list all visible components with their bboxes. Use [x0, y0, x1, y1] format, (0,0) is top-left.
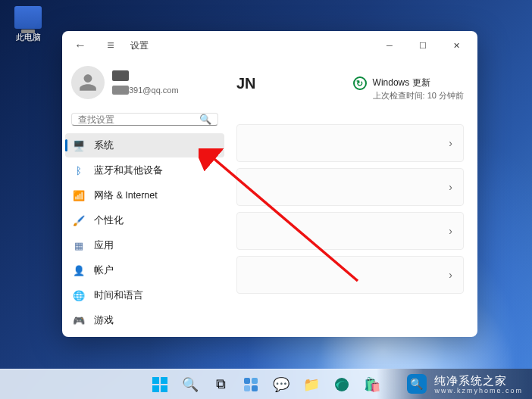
- svg-rect-1: [152, 377, 159, 384]
- gaming-icon: 🎮: [73, 314, 85, 326]
- taskbar-explorer[interactable]: 📁: [298, 371, 325, 398]
- watermark: 🔍 纯净系统之家 www.kzmyhome.com: [377, 369, 532, 399]
- update-subtitle: 上次检查时间: 10 分钟前: [373, 90, 464, 101]
- personalization-icon: 🖌️: [73, 214, 85, 226]
- user-email: xxxx391@qq.com: [112, 86, 179, 95]
- svg-rect-4: [161, 385, 167, 392]
- sidebar-item-network[interactable]: 📶网络 & Internet: [65, 183, 224, 207]
- sidebar-item-bluetooth[interactable]: ᛒ蓝牙和其他设备: [65, 158, 224, 182]
- watermark-brand: 纯净系统之家: [434, 374, 507, 387]
- user-name-masked: [112, 70, 129, 81]
- titlebar: ← ≡ 设置 ─ ☐ ✕: [62, 31, 477, 60]
- windows-update-block[interactable]: ↻ Windows 更新 上次检查时间: 10 分钟前: [353, 76, 464, 101]
- desktop-icon-label: 此电脑: [16, 33, 41, 42]
- taskbar-taskview[interactable]: ⧉: [207, 371, 234, 398]
- time-icon: 🌐: [73, 289, 85, 301]
- taskbar-widgets[interactable]: [237, 371, 264, 398]
- apps-icon: ▦: [73, 239, 85, 251]
- sidebar-item-accessibility[interactable]: ༄辅助功能: [65, 333, 224, 337]
- update-status-icon: ↻: [353, 76, 367, 90]
- svg-rect-2: [161, 377, 167, 384]
- svg-rect-6: [252, 378, 258, 384]
- sidebar-item-label: 时间和语言: [94, 289, 143, 302]
- sidebar-item-apps[interactable]: ▦应用: [65, 233, 224, 257]
- taskbar-chat[interactable]: 💬: [268, 371, 295, 398]
- sidebar-item-label: 帐户: [94, 264, 114, 277]
- chevron-right-icon: ›: [449, 269, 452, 281]
- this-pc-icon: [14, 6, 42, 29]
- desktop-icon-this-pc[interactable]: 此电脑: [9, 6, 47, 43]
- sidebar-item-label: 应用: [94, 239, 114, 252]
- sidebar-item-label: 系统: [94, 139, 114, 152]
- settings-card[interactable]: ›: [236, 212, 464, 250]
- avatar: [71, 66, 105, 99]
- sidebar-item-accounts[interactable]: 👤帐户: [65, 258, 224, 282]
- sidebar-item-system[interactable]: 🖥️系统: [65, 133, 224, 157]
- sidebar-item-personalization[interactable]: 🖌️个性化: [65, 208, 224, 232]
- taskbar-search[interactable]: 🔍: [177, 371, 204, 398]
- network-icon: 📶: [73, 189, 85, 201]
- sidebar-item-gaming[interactable]: 🎮游戏: [65, 308, 224, 332]
- bluetooth-icon: ᛒ: [73, 164, 85, 176]
- settings-card[interactable]: ›: [236, 124, 464, 162]
- user-block[interactable]: xxxx391@qq.com: [65, 63, 224, 108]
- svg-rect-5: [244, 378, 250, 384]
- svg-rect-8: [252, 385, 258, 391]
- chevron-right-icon: ›: [449, 181, 452, 193]
- system-icon: 🖥️: [73, 139, 85, 151]
- settings-cards-list: ››››: [236, 124, 464, 294]
- settings-card[interactable]: ›: [236, 168, 464, 206]
- window-title: 设置: [130, 39, 149, 52]
- watermark-logo-icon: 🔍: [407, 374, 427, 394]
- chevron-right-icon: ›: [449, 225, 452, 237]
- close-button[interactable]: ✕: [440, 34, 473, 57]
- sidebar-item-time[interactable]: 🌐时间和语言: [65, 283, 224, 307]
- settings-card[interactable]: ›: [236, 256, 464, 294]
- settings-window: ← ≡ 设置 ─ ☐ ✕ xxxx391@qq.com 🔍: [62, 31, 477, 337]
- minimize-button[interactable]: ─: [373, 34, 406, 57]
- sidebar: xxxx391@qq.com 🔍 🖥️系统ᛒ蓝牙和其他设备📶网络 & Inter…: [62, 60, 227, 337]
- taskbar-start[interactable]: [146, 371, 174, 398]
- search-input[interactable]: [78, 114, 199, 125]
- search-icon: 🔍: [199, 114, 211, 125]
- accounts-icon: 👤: [73, 264, 85, 276]
- chevron-right-icon: ›: [449, 137, 452, 149]
- update-title: Windows 更新: [373, 76, 464, 89]
- search-box[interactable]: 🔍: [71, 113, 218, 126]
- svg-rect-7: [244, 385, 250, 391]
- watermark-url: www.kzmyhome.com: [434, 387, 523, 394]
- back-button[interactable]: ←: [70, 35, 91, 56]
- maximize-button[interactable]: ☐: [406, 34, 440, 57]
- sidebar-item-label: 个性化: [94, 214, 124, 227]
- sidebar-item-label: 蓝牙和其他设备: [94, 164, 163, 177]
- svg-rect-3: [152, 385, 159, 392]
- hamburger-button[interactable]: ≡: [100, 35, 121, 56]
- taskbar-edge[interactable]: [328, 371, 355, 398]
- device-name: JN: [236, 75, 256, 92]
- content-pane: JN ↻ Windows 更新 上次检查时间: 10 分钟前 ››››: [227, 60, 477, 337]
- sidebar-item-label: 网络 & Internet: [94, 189, 158, 202]
- sidebar-nav: 🖥️系统ᛒ蓝牙和其他设备📶网络 & Internet🖌️个性化▦应用👤帐户🌐时间…: [65, 133, 224, 337]
- sidebar-item-label: 游戏: [94, 314, 114, 327]
